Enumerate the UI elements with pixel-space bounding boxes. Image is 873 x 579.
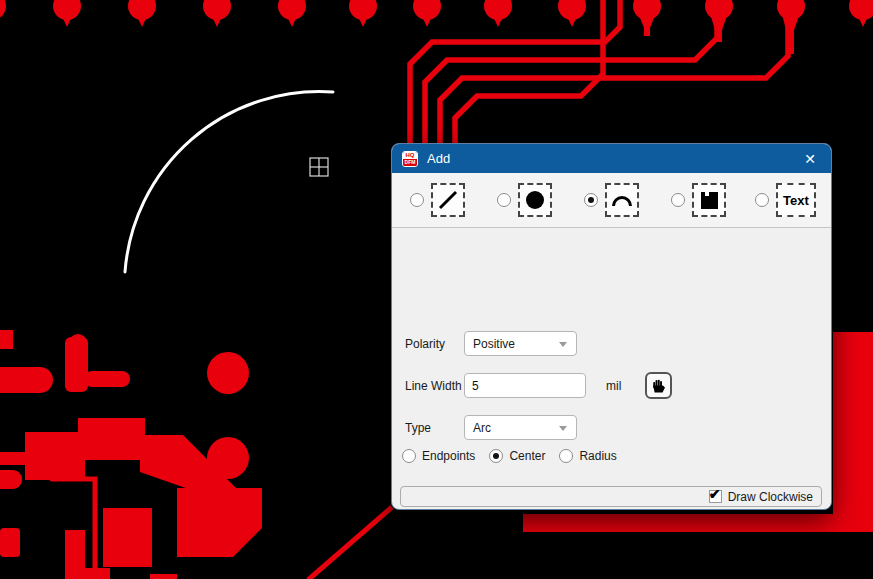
line-width-label: Line Width [405,379,464,393]
dialog-title: Add [427,151,799,166]
radius-radio[interactable] [559,449,573,463]
close-x-icon[interactable]: ✕ [799,151,821,167]
crosshair-cursor [310,158,328,176]
mode-endpoints[interactable]: Endpoints [402,449,475,463]
line-radio[interactable] [410,193,424,207]
shape-option-polygon[interactable] [655,183,742,217]
hand-icon [650,377,667,394]
polarity-value: Positive [473,337,515,351]
type-value: Arc [473,421,491,435]
app-logo-icon: HQ DFM [402,151,418,167]
text-radio[interactable] [755,193,769,207]
arc-mode-group: Endpoints Center Radius [402,449,631,463]
pick-width-button[interactable] [645,372,672,399]
circle-icon [518,183,552,217]
line-width-unit: mil [606,379,621,393]
type-dropdown[interactable]: Arc [464,415,577,440]
text-icon: Text [776,183,816,217]
polarity-row: Polarity Positive [405,331,577,356]
mode-radius[interactable]: Radius [559,449,616,463]
line-width-row: Line Width mil [405,372,672,399]
draw-clockwise-checkbox[interactable]: ✔ [709,490,722,503]
gerber-editor-screen: HQ DFM Add ✕ [0,0,873,579]
dialog-titlebar[interactable]: HQ DFM Add ✕ [392,144,831,173]
drawn-arc-overlay [125,92,333,272]
chevron-down-icon [559,426,567,431]
copper-pour-bottom-left [0,330,262,579]
line-icon [431,183,465,217]
shape-option-arc[interactable] [568,183,655,217]
shape-option-line[interactable] [394,183,481,217]
type-row: Type Arc [405,415,577,440]
line-width-input[interactable] [464,373,586,398]
mode-center[interactable]: Center [489,449,545,463]
trace-bundle-top-right [410,0,788,146]
shape-selector-row: Text [392,173,831,228]
draw-clockwise-option[interactable]: ✔ Draw Clockwise [709,490,813,504]
circle-radio[interactable] [497,193,511,207]
options-groupbox: ✔ Draw Clockwise [400,486,822,507]
add-dialog: HQ DFM Add ✕ [391,143,832,510]
polygon-icon [692,183,726,217]
pad-row-top [0,0,873,54]
polarity-label: Polarity [405,337,464,351]
center-radio[interactable] [489,449,503,463]
dialog-form: Polarity Positive Line Width mil [392,228,831,246]
chevron-down-icon [559,342,567,347]
draw-clockwise-label: Draw Clockwise [728,490,813,504]
arc-radio[interactable] [584,193,598,207]
polygon-radio[interactable] [671,193,685,207]
shape-option-circle[interactable] [481,183,568,217]
polarity-dropdown[interactable]: Positive [464,331,577,356]
endpoints-radio[interactable] [402,449,416,463]
arc-icon [605,183,639,217]
shape-option-text[interactable]: Text [742,183,829,217]
type-label: Type [405,421,464,435]
